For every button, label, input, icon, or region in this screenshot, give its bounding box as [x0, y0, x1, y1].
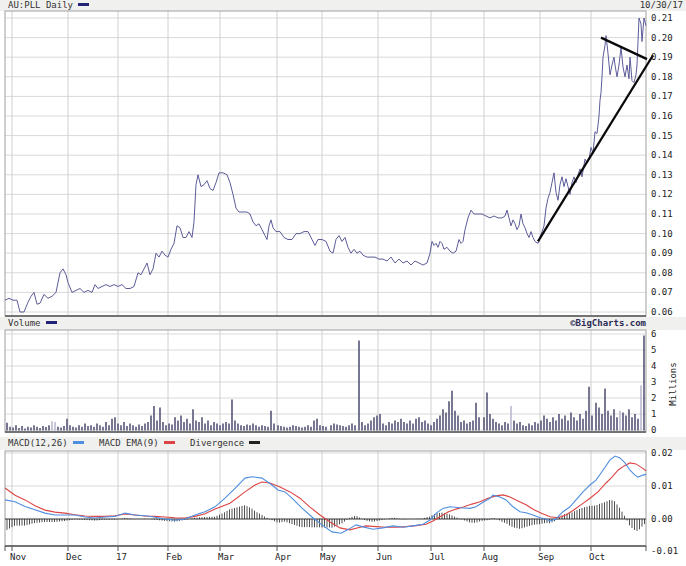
macd-panel: [5, 451, 646, 546]
volume-tick-label: 2: [651, 393, 656, 403]
month-label: 17: [116, 552, 127, 562]
price-tick-label: 0.06: [651, 307, 673, 317]
volume-axis-title: Millions: [668, 362, 678, 405]
macd-tick-label: 0.00: [651, 514, 673, 524]
price-tick-label: 0.18: [651, 72, 673, 82]
month-label: Dec: [66, 552, 82, 562]
price-tick-label: 0.07: [651, 287, 673, 297]
price-tick-label: 0.16: [651, 111, 673, 121]
volume-tick-label: 6: [651, 329, 656, 339]
price-tick-label: 0.19: [651, 52, 673, 62]
stock-chart: AU:PLL Daily 10/30/17 Volume ©BigCharts.…: [0, 0, 686, 566]
month-label: Aug: [482, 552, 498, 562]
volume-tick-label: 3: [651, 377, 656, 387]
price-tick-label: 0.09: [651, 248, 673, 258]
price-tick-label: 0.13: [651, 170, 673, 180]
price-tick-label: 0.21: [651, 13, 673, 23]
price-tick-label: 0.10: [651, 229, 673, 239]
price-tick-label: 0.11: [651, 209, 673, 219]
volume-tick-label: 1: [651, 409, 656, 419]
macd-tick-label: 0.01: [651, 481, 673, 491]
macd-tick-label: -0.01: [651, 546, 678, 556]
month-label: May: [320, 552, 337, 562]
price-panel: [5, 11, 653, 316]
chart-canvas: 0.210.200.190.180.170.160.150.140.130.12…: [0, 0, 686, 566]
month-label: Mar: [218, 552, 235, 562]
month-label: Nov: [10, 552, 26, 562]
price-tick-label: 0.17: [651, 91, 673, 101]
volume-tick-label: 0: [651, 425, 656, 435]
month-label: Jun: [376, 552, 392, 562]
price-tick-label: 0.08: [651, 268, 673, 278]
price-tick-label: 0.14: [651, 150, 673, 160]
price-tick-label: 0.12: [651, 189, 673, 199]
month-label: Sep: [538, 552, 554, 562]
price-tick-label: 0.20: [651, 33, 673, 43]
month-label: Feb: [166, 552, 182, 562]
month-label: Jul: [429, 552, 445, 562]
macd-tick-label: 0.02: [651, 448, 673, 458]
time-axis: NovDec17FebMarAprMayJunJulAugSepOct: [5, 546, 646, 562]
volume-panel: [5, 330, 646, 432]
price-tick-label: 0.15: [651, 131, 673, 141]
volume-tick-label: 5: [651, 345, 656, 355]
month-label: Oct: [589, 552, 605, 562]
month-label: Apr: [275, 552, 292, 562]
volume-tick-label: 4: [651, 361, 656, 371]
